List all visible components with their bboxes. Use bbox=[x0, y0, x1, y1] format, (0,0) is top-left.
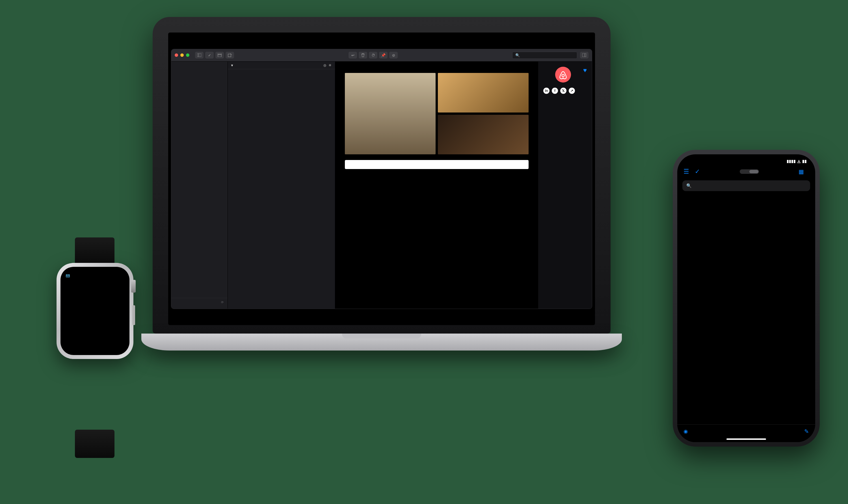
reader-image-grid bbox=[345, 73, 528, 154]
home-indicator[interactable] bbox=[726, 438, 766, 440]
svg-rect-4 bbox=[228, 54, 231, 57]
wifi-icon: ◬ bbox=[797, 159, 800, 163]
context-pane-toggle[interactable] bbox=[580, 52, 589, 58]
favorites-row bbox=[677, 200, 815, 205]
contact-avatar bbox=[555, 67, 571, 83]
watch-title-row bbox=[66, 274, 124, 278]
favorite-toggle[interactable]: ♥ bbox=[583, 67, 587, 74]
signal-icon: ▮▮▮▮ bbox=[787, 159, 796, 163]
favorites-header bbox=[677, 195, 815, 200]
compose-button[interactable]: ✎ bbox=[804, 428, 809, 435]
read-receipt-button[interactable]: ◉ bbox=[684, 428, 688, 434]
filter-segment[interactable] bbox=[740, 169, 759, 174]
svg-rect-6 bbox=[582, 53, 586, 57]
linkedin-link[interactable]: in bbox=[543, 88, 549, 94]
sidebar-footer: ⟳ bbox=[171, 298, 228, 306]
mail-app-window: ✓ ↩ ⏱ 📌 ⊘ 🔍 bbox=[171, 49, 592, 309]
compose-button[interactable] bbox=[225, 52, 234, 58]
search-icon: 🔍 bbox=[686, 183, 692, 188]
archive-icon bbox=[218, 53, 222, 57]
mark-read-button[interactable]: ✓ bbox=[205, 52, 214, 58]
page-title bbox=[677, 177, 815, 180]
sort-icon[interactable]: ☀ bbox=[328, 63, 331, 67]
trash-button[interactable] bbox=[359, 52, 367, 58]
calendar-button[interactable]: ▦ bbox=[798, 168, 804, 175]
website-link[interactable]: ↗ bbox=[569, 88, 575, 94]
watch-case bbox=[56, 263, 133, 359]
context-pane: ♥ in f 𝕏 bbox=[538, 61, 592, 309]
explore-experiences-button[interactable] bbox=[345, 160, 528, 169]
window-toolbar: ✓ ↩ ⏱ 📌 ⊘ 🔍 bbox=[171, 49, 592, 61]
pane-icon bbox=[582, 53, 586, 57]
reply-button[interactable]: ↩ bbox=[348, 52, 357, 58]
sidebar: ⟳ bbox=[171, 61, 228, 309]
iphone-screen: ▮▮▮▮ ◬ ▮▮ ☰ ✓ ▦ 🔍 bbox=[677, 154, 815, 442]
message-list: ▾ ◎ ☀ bbox=[228, 61, 335, 309]
search-field[interactable]: 🔍 bbox=[682, 180, 810, 191]
archive-button[interactable] bbox=[215, 52, 224, 58]
pin-button[interactable]: 📌 bbox=[379, 52, 387, 58]
hero-image-surfer bbox=[345, 73, 436, 154]
apple-watch bbox=[42, 260, 144, 435]
battery-icon: ▮▮ bbox=[802, 159, 807, 163]
mark-read-button[interactable]: ✓ bbox=[695, 168, 700, 175]
hero-image-music bbox=[438, 115, 528, 154]
mail-icon bbox=[66, 274, 70, 278]
compose-icon bbox=[228, 53, 232, 57]
sync-icon[interactable]: ⟳ bbox=[221, 301, 223, 304]
macbook-base bbox=[141, 334, 622, 350]
facebook-link[interactable]: f bbox=[552, 88, 558, 94]
zoom-button[interactable] bbox=[186, 53, 190, 57]
macbook-screen: ✓ ↩ ⏱ 📌 ⊘ 🔍 bbox=[168, 33, 595, 325]
svg-rect-3 bbox=[218, 55, 221, 57]
segment-favorites[interactable] bbox=[750, 170, 758, 173]
watch-strap-top bbox=[75, 237, 114, 266]
search-field[interactable]: 🔍 bbox=[512, 52, 577, 59]
watch-digital-crown[interactable] bbox=[131, 280, 136, 292]
sidebar-toggle-button[interactable] bbox=[195, 52, 203, 58]
sidebar-section-favorites bbox=[171, 64, 228, 67]
message-reader bbox=[335, 61, 538, 309]
search-icon: 🔍 bbox=[515, 53, 520, 57]
watch-screen bbox=[60, 267, 129, 355]
segment-all[interactable] bbox=[740, 170, 750, 173]
twitter-link[interactable]: 𝕏 bbox=[560, 88, 566, 94]
minimize-button[interactable] bbox=[180, 53, 184, 57]
nav-toolbar: ☰ ✓ ▦ bbox=[677, 163, 815, 177]
message-list-header: ▾ ◎ ☀ bbox=[228, 61, 335, 69]
menu-button[interactable]: ☰ bbox=[684, 168, 689, 175]
snooze-button[interactable]: ⏱ bbox=[369, 52, 377, 58]
svg-rect-2 bbox=[218, 53, 222, 55]
airbnb-logo-icon bbox=[558, 70, 568, 79]
close-button[interactable] bbox=[175, 53, 178, 57]
sidebar-icon bbox=[197, 53, 201, 57]
svg-rect-0 bbox=[197, 53, 201, 57]
macbook-notch bbox=[342, 334, 421, 339]
filter-label[interactable]: ▾ bbox=[231, 63, 233, 67]
social-links-row: in f 𝕏 ↗ bbox=[543, 88, 587, 94]
macbook-display: ✓ ↩ ⏱ 📌 ⊘ 🔍 bbox=[152, 17, 611, 334]
watch-strap-bottom bbox=[75, 430, 114, 458]
iphone: ▮▮▮▮ ◬ ▮▮ ☰ ✓ ▦ 🔍 bbox=[673, 150, 820, 447]
traffic-lights bbox=[175, 53, 190, 57]
view-toggle-icon[interactable]: ◎ bbox=[323, 63, 326, 67]
spam-button[interactable]: ⊘ bbox=[389, 52, 398, 58]
hero-image-food bbox=[438, 73, 528, 112]
trash-icon bbox=[361, 53, 365, 57]
watch-side-button[interactable] bbox=[132, 305, 135, 325]
iphone-notch bbox=[717, 154, 776, 163]
macbook: ✓ ↩ ⏱ 📌 ⊘ 🔍 bbox=[141, 17, 622, 413]
